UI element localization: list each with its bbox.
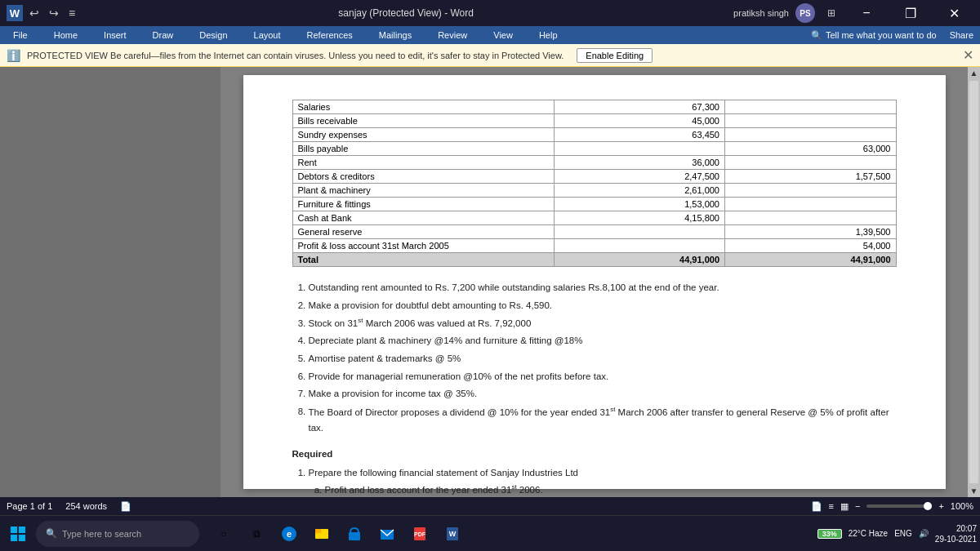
taskbar-cortana-button[interactable]: ○ [209, 519, 238, 549]
table-cell-label: Bills payable [292, 142, 554, 156]
taskbar-explorer-button[interactable] [307, 519, 336, 549]
temperature: 22°C Haze [849, 529, 888, 538]
title-bar-right: pratiksh singh PS ⊞ − ❐ ✕ [733, 0, 973, 26]
tab-review[interactable]: Review [431, 29, 474, 42]
start-button[interactable] [3, 519, 33, 549]
vertical-scrollbar[interactable]: ▲ ▼ [968, 67, 980, 497]
table-cell-debit: 2,47,500 [554, 170, 725, 184]
ribbon: File Home Insert Draw Design Layout Refe… [0, 26, 980, 44]
undo-button[interactable]: ↩ [26, 5, 42, 21]
word-icon: W [7, 5, 23, 21]
page-panel [0, 67, 220, 497]
tab-references[interactable]: References [301, 29, 359, 42]
ribbon-search: 🔍 Tell me what you want to do [811, 30, 937, 41]
scroll-up-arrow[interactable]: ▲ [970, 69, 978, 78]
restore-button[interactable]: ❐ [892, 0, 929, 26]
table-cell-credit [725, 198, 897, 211]
svg-rect-8 [349, 532, 360, 540]
redo-button[interactable]: ↪ [46, 5, 62, 21]
list-item: Make a provision for doubtful debt amoun… [309, 298, 897, 314]
required-section: Required Prepare the following financial… [292, 447, 897, 497]
table-row: Profit & loss account 31st March 200554,… [292, 239, 896, 253]
zoom-thumb[interactable] [924, 502, 932, 510]
close-protected-bar-button[interactable]: ✕ [963, 47, 973, 63]
table-cell-label: Profit & loss account 31st March 2005 [292, 239, 554, 253]
enable-editing-button[interactable]: Enable Editing [577, 48, 653, 63]
taskbar-mail-button[interactable] [372, 519, 402, 549]
share-button[interactable]: Share [950, 30, 973, 40]
taskbar-right: 33% 22°C Haze ENG 🔊 20:07 29-10-2021 [817, 523, 977, 544]
table-cell-debit [554, 142, 725, 156]
table-cell-label: Debtors & creditors [292, 170, 554, 184]
list-item: Outstanding rent amounted to Rs. 7,200 w… [309, 280, 897, 296]
title-bar: W ↩ ↪ ≡ sanjay (Protected View) - Word p… [0, 0, 980, 26]
adjustments-list: Outstanding rent amounted to Rs. 7,200 w… [292, 280, 897, 437]
user-name: pratiksh singh [733, 8, 789, 18]
list-item: Profit and loss account for the year end… [325, 482, 897, 497]
tab-layout[interactable]: Layout [247, 29, 287, 42]
table-cell-credit [725, 156, 897, 170]
taskbar-edge-button[interactable]: e [274, 519, 304, 549]
taskbar-search-label: Type here to search [62, 529, 141, 539]
quick-save-button[interactable]: ≡ [65, 5, 78, 21]
table-cell-label: Bills receivable [292, 114, 554, 128]
search-label: Tell me what you want to do [826, 30, 937, 40]
view-print-icon[interactable]: 📄 [811, 501, 822, 512]
required-sub-list: Profit and loss account for the year end… [309, 482, 897, 497]
table-cell-debit: 63,450 [554, 128, 725, 142]
svg-text:W: W [449, 530, 457, 538]
svg-rect-2 [11, 535, 17, 541]
tab-insert[interactable]: Insert [97, 29, 133, 42]
title-bar-left: W ↩ ↪ ≡ [7, 5, 78, 21]
taskbar-search-icon: 🔍 [46, 528, 57, 539]
tab-mailings[interactable]: Mailings [372, 29, 418, 42]
table-row: General reserve1,39,500 [292, 225, 896, 239]
table-row: Furniture & fittings1,53,000 [292, 198, 896, 211]
document-area: Salaries67,300Bills receivable45,000Sund… [220, 67, 968, 497]
table-cell-label: Rent [292, 156, 554, 170]
word-count: 254 words [65, 501, 107, 511]
tab-draw[interactable]: Draw [146, 29, 180, 42]
table-cell-credit: 63,000 [725, 142, 897, 156]
table-cell-credit [725, 114, 897, 128]
svg-rect-0 [11, 527, 17, 533]
zoom-plus-button[interactable]: + [938, 501, 943, 511]
zoom-slider[interactable] [866, 504, 932, 508]
view-web-icon[interactable]: ▦ [840, 501, 849, 512]
taskbar-pdf-button[interactable]: PDF [405, 519, 434, 549]
tab-view[interactable]: View [487, 29, 519, 42]
taskbar-store-button[interactable] [340, 519, 369, 549]
status-right: 📄 ≡ ▦ − + 100% [811, 501, 973, 512]
tab-file[interactable]: File [7, 29, 34, 42]
taskbar-task-view-button[interactable]: ⧉ [242, 519, 271, 549]
table-cell-label: Total [292, 253, 554, 267]
table-row: Total44,91,00044,91,000 [292, 253, 896, 267]
table-cell-debit [554, 239, 725, 253]
list-item: Make a provision for income tax @ 35%. [309, 386, 897, 402]
search-icon: 🔍 [811, 30, 822, 41]
taskbar-word-button[interactable]: W [438, 519, 467, 549]
tab-design[interactable]: Design [193, 29, 234, 42]
tab-help[interactable]: Help [532, 29, 564, 42]
table-cell-debit: 4,15,800 [554, 211, 725, 225]
table-row: Bills receivable45,000 [292, 114, 896, 128]
zoom-minus-button[interactable]: − [855, 501, 860, 511]
taskbar-search[interactable]: 🔍 Type here to search [36, 521, 199, 547]
speaker-icon[interactable]: 🔊 [919, 529, 929, 538]
layout-icon: 📄 [120, 501, 131, 512]
main-area: Salaries67,300Bills receivable45,000Sund… [0, 67, 980, 497]
grid-icon[interactable]: ⊞ [822, 3, 841, 23]
tab-home[interactable]: Home [47, 29, 84, 42]
scroll-down-arrow[interactable]: ▼ [970, 487, 978, 495]
view-read-icon[interactable]: ≡ [829, 501, 834, 511]
required-list: Prepare the following financial statemen… [292, 465, 897, 497]
table-row: Rent36,000 [292, 156, 896, 170]
table-cell-debit: 45,000 [554, 114, 725, 128]
minimize-button[interactable]: − [848, 0, 885, 26]
user-avatar[interactable]: PS [795, 3, 815, 23]
close-button[interactable]: ✕ [936, 0, 973, 26]
zoom-level: 100% [951, 501, 973, 511]
table-cell-credit: 1,57,500 [725, 170, 897, 184]
battery-indicator: 33% [817, 529, 842, 539]
table-cell-debit: 44,91,000 [554, 253, 725, 267]
